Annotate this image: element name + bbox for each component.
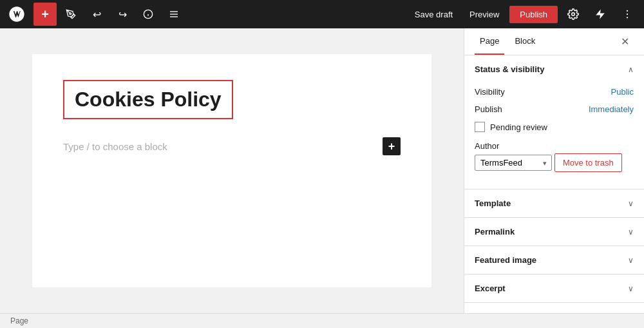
author-select[interactable]: TermsFeed bbox=[475, 155, 552, 171]
publish-button[interactable]: Publish bbox=[509, 6, 558, 23]
featured-image-section: Featured image ∨ bbox=[464, 246, 644, 275]
sidebar-tabs: Page Block ✕ bbox=[464, 28, 644, 55]
pending-review-label: Pending review bbox=[490, 122, 547, 132]
excerpt-header[interactable]: Excerpt ∨ bbox=[464, 275, 644, 302]
featured-image-title: Featured image bbox=[475, 255, 536, 265]
toolbar: + ↩ ↪ Save draft Preview Publish bbox=[0, 0, 644, 28]
featured-image-header[interactable]: Featured image ∨ bbox=[464, 246, 644, 274]
page-title[interactable]: Cookies Policy bbox=[75, 88, 222, 111]
pending-review-row: Pending review bbox=[475, 118, 634, 136]
author-select-wrapper: TermsFeed bbox=[475, 155, 552, 171]
toolbar-right: Save draft Preview Publish bbox=[408, 3, 639, 26]
svg-point-9 bbox=[627, 10, 628, 12]
permalink-header[interactable]: Permalink ∨ bbox=[464, 218, 644, 246]
permalink-section: Permalink ∨ bbox=[464, 218, 644, 246]
chevron-down-icon-permalink: ∨ bbox=[628, 227, 634, 236]
visibility-row: Visibility Public bbox=[475, 83, 634, 101]
editor-area: Cookies Policy Type / to choose a block … bbox=[0, 28, 464, 313]
visibility-label: Visibility bbox=[475, 87, 505, 97]
pending-review-checkbox[interactable] bbox=[475, 122, 485, 132]
tab-page[interactable]: Page bbox=[475, 28, 504, 55]
editor-content: Cookies Policy Type / to choose a block … bbox=[32, 54, 431, 287]
chevron-down-icon-featured: ∨ bbox=[628, 256, 634, 265]
publish-row: Publish Immediately bbox=[475, 101, 634, 118]
settings-button[interactable] bbox=[562, 3, 585, 26]
status-visibility-title: Status & visibility bbox=[475, 64, 544, 74]
permalink-title: Permalink bbox=[475, 227, 515, 236]
publish-label: Publish bbox=[475, 104, 502, 114]
svg-marker-8 bbox=[596, 10, 605, 19]
status-visibility-section: Status & visibility ∧ Visibility Public … bbox=[464, 55, 644, 189]
lightning-button[interactable] bbox=[589, 3, 612, 26]
svg-point-0 bbox=[70, 13, 71, 15]
redo-button[interactable]: ↪ bbox=[111, 3, 134, 26]
author-label: Author bbox=[475, 136, 634, 153]
status-bar-label: Page bbox=[10, 316, 28, 325]
move-to-trash-button[interactable]: Move to trash bbox=[554, 153, 622, 172]
chevron-down-icon-excerpt: ∨ bbox=[628, 284, 634, 293]
chevron-up-icon: ∧ bbox=[628, 65, 634, 74]
undo-button[interactable]: ↩ bbox=[85, 3, 108, 26]
preview-button[interactable]: Preview bbox=[463, 6, 506, 23]
chevron-down-icon-template: ∨ bbox=[628, 199, 634, 208]
publish-value[interactable]: Immediately bbox=[589, 104, 634, 114]
svg-point-7 bbox=[572, 13, 575, 16]
wp-logo bbox=[5, 3, 28, 26]
block-placeholder[interactable]: Type / to choose a block bbox=[63, 141, 167, 152]
svg-point-11 bbox=[627, 17, 628, 18]
page-title-wrapper: Cookies Policy bbox=[63, 80, 233, 119]
template-section: Template ∨ bbox=[464, 189, 644, 218]
status-visibility-header[interactable]: Status & visibility ∧ bbox=[464, 55, 644, 83]
add-block-inline-button[interactable]: + bbox=[383, 137, 401, 155]
list-view-button[interactable] bbox=[162, 3, 185, 26]
sidebar: Page Block ✕ Status & visibility ∧ Visib… bbox=[464, 28, 644, 313]
excerpt-title: Excerpt bbox=[475, 284, 506, 293]
add-block-toolbar-button[interactable]: + bbox=[33, 3, 57, 26]
main-area: Cookies Policy Type / to choose a block … bbox=[0, 28, 644, 313]
visibility-value[interactable]: Public bbox=[611, 87, 634, 97]
block-placeholder-row: Type / to choose a block + bbox=[63, 137, 401, 155]
status-visibility-content: Visibility Public Publish Immediately Pe… bbox=[464, 83, 644, 189]
svg-point-10 bbox=[627, 14, 628, 15]
template-title: Template bbox=[475, 198, 511, 208]
tools-button[interactable] bbox=[59, 3, 82, 26]
save-draft-button[interactable]: Save draft bbox=[408, 6, 459, 23]
tab-block[interactable]: Block bbox=[509, 28, 540, 55]
template-header[interactable]: Template ∨ bbox=[464, 189, 644, 217]
sidebar-close-button[interactable]: ✕ bbox=[616, 33, 634, 51]
info-button[interactable] bbox=[137, 3, 160, 26]
status-bar: Page bbox=[0, 313, 644, 328]
more-options-button[interactable] bbox=[616, 3, 639, 26]
excerpt-section: Excerpt ∨ bbox=[464, 275, 644, 303]
